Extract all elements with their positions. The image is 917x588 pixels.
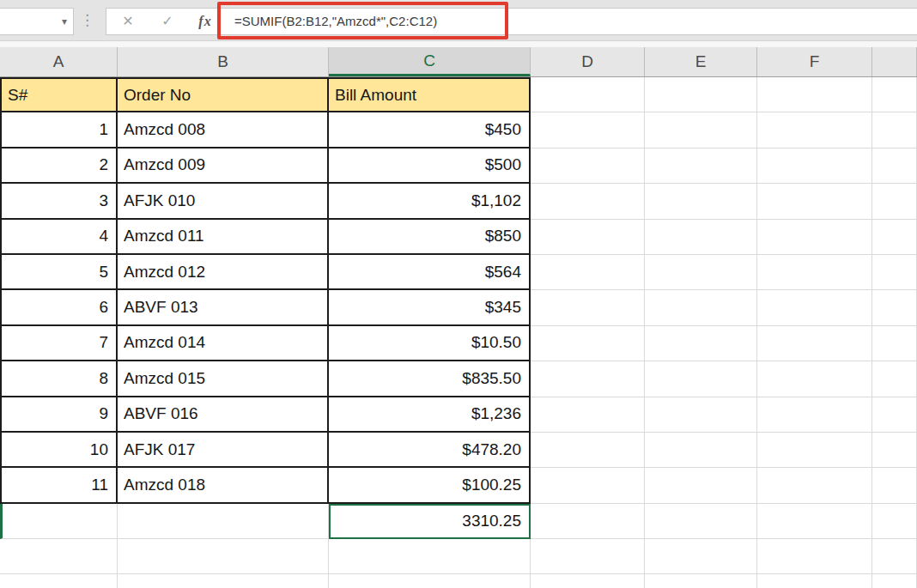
- cell-D13[interactable]: [531, 504, 645, 539]
- cell-F6[interactable]: [757, 255, 872, 290]
- cell-E12[interactable]: [645, 468, 757, 503]
- cell-A12[interactable]: 11: [0, 468, 118, 503]
- cell-A14[interactable]: [0, 539, 118, 574]
- cell-G14[interactable]: [872, 539, 917, 574]
- cell-D5[interactable]: [531, 220, 645, 255]
- cell-C4[interactable]: $1,102: [329, 184, 531, 219]
- cell-A4[interactable]: 3: [0, 184, 118, 219]
- cell-A15[interactable]: [0, 574, 118, 588]
- cell-E8[interactable]: [645, 326, 757, 361]
- cell-G12[interactable]: [872, 468, 917, 503]
- cell-B8[interactable]: Amzcd 014: [118, 326, 329, 361]
- cell-E15[interactable]: [645, 574, 757, 588]
- cell-F2[interactable]: [757, 112, 872, 148]
- cell-D8[interactable]: [531, 326, 645, 361]
- cell-G3[interactable]: [872, 149, 917, 184]
- cell-A7[interactable]: 6: [0, 290, 118, 325]
- cell-F10[interactable]: [757, 397, 872, 433]
- cell-F8[interactable]: [757, 326, 872, 361]
- cell-F14[interactable]: [757, 539, 872, 574]
- formula-bar[interactable]: ✕ ✓ fx =SUMIF(B2:B12,"Amzcd*",C2:C12): [106, 8, 917, 35]
- cell-E5[interactable]: [645, 220, 757, 255]
- name-box[interactable]: ▾: [0, 8, 74, 35]
- cell-F1[interactable]: [757, 77, 872, 112]
- cell-E9[interactable]: [645, 361, 757, 397]
- cell-C11[interactable]: $478.20: [329, 433, 531, 468]
- cell-G11[interactable]: [872, 433, 917, 468]
- cell-E4[interactable]: [645, 184, 757, 219]
- cell-C12[interactable]: $100.25: [329, 468, 531, 503]
- cell-G5[interactable]: [872, 220, 917, 255]
- cell-E11[interactable]: [645, 433, 757, 468]
- cell-A13[interactable]: [0, 504, 118, 539]
- cell-B15[interactable]: [118, 574, 329, 588]
- cell-D3[interactable]: [531, 149, 645, 184]
- col-header-C[interactable]: C: [329, 47, 531, 76]
- cell-B4[interactable]: AFJK 010: [118, 184, 329, 219]
- cell-G7[interactable]: [872, 290, 917, 325]
- cell-G9[interactable]: [872, 361, 917, 397]
- cell-F13[interactable]: [757, 504, 872, 539]
- cell-F3[interactable]: [757, 149, 872, 184]
- cell-D7[interactable]: [531, 290, 645, 325]
- col-header-B[interactable]: B: [118, 47, 329, 76]
- cell-C5[interactable]: $850: [329, 220, 531, 255]
- cell-A8[interactable]: 7: [0, 326, 118, 361]
- cell-F4[interactable]: [757, 184, 872, 219]
- cell-A9[interactable]: 8: [0, 361, 118, 397]
- col-header-D[interactable]: D: [531, 47, 645, 76]
- cell-B1[interactable]: Order No: [118, 77, 329, 112]
- col-header-A[interactable]: A: [0, 47, 118, 76]
- cell-E7[interactable]: [645, 290, 757, 325]
- cell-F11[interactable]: [757, 433, 872, 468]
- col-header-E[interactable]: E: [645, 47, 757, 76]
- cell-C10[interactable]: $1,236: [329, 397, 531, 433]
- cell-G1[interactable]: [872, 77, 917, 112]
- cell-D12[interactable]: [531, 468, 645, 503]
- cell-E13[interactable]: [645, 504, 757, 539]
- cell-D2[interactable]: [531, 112, 645, 148]
- cell-A1[interactable]: S#: [0, 77, 118, 112]
- cell-C9[interactable]: $835.50: [329, 361, 531, 397]
- cell-A5[interactable]: 4: [0, 220, 118, 255]
- cell-D11[interactable]: [531, 433, 645, 468]
- cell-D6[interactable]: [531, 255, 645, 290]
- cell-E6[interactable]: [645, 255, 757, 290]
- cell-F5[interactable]: [757, 220, 872, 255]
- col-header-partial[interactable]: [872, 47, 917, 76]
- cell-G15[interactable]: [872, 574, 917, 588]
- cell-B11[interactable]: AFJK 017: [118, 433, 329, 468]
- cell-B5[interactable]: Amzcd 011: [118, 220, 329, 255]
- insert-function-icon[interactable]: fx: [192, 9, 218, 34]
- cell-G6[interactable]: [872, 255, 917, 290]
- cell-B13[interactable]: [118, 504, 329, 539]
- cell-C15[interactable]: [329, 574, 531, 588]
- cell-G13[interactable]: [872, 504, 917, 539]
- cell-D1[interactable]: [531, 77, 645, 112]
- cell-C7[interactable]: $345: [329, 290, 531, 325]
- cell-E14[interactable]: [645, 539, 757, 574]
- active-cell-C13[interactable]: 3310.25: [329, 504, 531, 539]
- cancel-icon[interactable]: ✕: [115, 9, 141, 34]
- cell-B3[interactable]: Amzcd 009: [118, 149, 329, 184]
- formula-input[interactable]: =SUMIF(B2:B12,"Amzcd*",C2:C12): [234, 9, 437, 34]
- cell-E10[interactable]: [645, 397, 757, 433]
- cell-F9[interactable]: [757, 361, 872, 397]
- cell-E3[interactable]: [645, 149, 757, 184]
- cell-C8[interactable]: $10.50: [329, 326, 531, 361]
- col-header-F[interactable]: F: [757, 47, 872, 76]
- cell-C1[interactable]: Bill Amount: [329, 77, 531, 112]
- cell-C3[interactable]: $500: [329, 149, 531, 184]
- cell-A11[interactable]: 10: [0, 433, 118, 468]
- cell-B6[interactable]: Amzcd 012: [118, 255, 329, 290]
- cell-G4[interactable]: [872, 184, 917, 219]
- cell-F15[interactable]: [757, 574, 872, 588]
- cell-D15[interactable]: [531, 574, 645, 588]
- cell-C6[interactable]: $564: [329, 255, 531, 290]
- cell-A2[interactable]: 1: [0, 112, 118, 148]
- formula-bar-options-icon[interactable]: ⋮: [80, 10, 92, 31]
- cell-B7[interactable]: ABVF 013: [118, 290, 329, 325]
- cell-D9[interactable]: [531, 361, 645, 397]
- cell-A10[interactable]: 9: [0, 397, 118, 433]
- cell-E1[interactable]: [645, 77, 757, 112]
